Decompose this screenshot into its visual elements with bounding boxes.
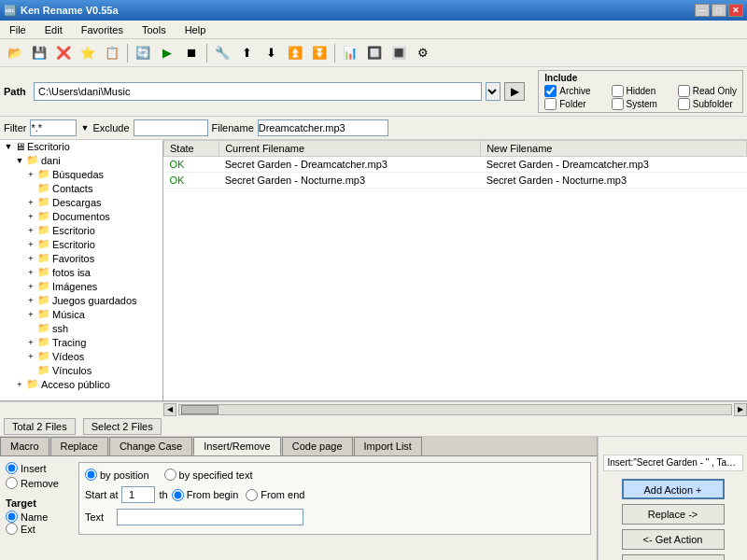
tree-node-escritorio2[interactable]: + 📁 Escritorio: [0, 223, 162, 237]
hscroll-right-button[interactable]: ▶: [734, 403, 747, 416]
tree-node-escritorio3[interactable]: + 📁 Escritorio: [0, 237, 162, 251]
tree-node-fotosisa[interactable]: + 📁 fotos isa: [0, 265, 162, 279]
tb-bottom[interactable]: ⏬: [308, 42, 331, 64]
hscroll-thumb[interactable]: [181, 405, 218, 414]
replace-action-button[interactable]: Replace ->: [622, 504, 725, 525]
preset-button[interactable]: Preset...: [622, 554, 725, 560]
tree-node-favoritos[interactable]: + 📁 Favoritos: [0, 251, 162, 265]
tree-label: Favoritos: [52, 253, 94, 264]
minimize-button[interactable]: ─: [695, 4, 710, 17]
col-new[interactable]: New Filename: [481, 141, 747, 157]
tab-change-case[interactable]: Change Case: [109, 437, 192, 455]
tab-import-list[interactable]: Import List: [354, 437, 422, 455]
path-go-button[interactable]: ▶: [504, 82, 525, 101]
target-group: Target Name Ext: [6, 497, 71, 535]
insert-label: Insert: [21, 463, 47, 474]
tb-up[interactable]: ⬆: [235, 42, 258, 64]
tab-insert-remove[interactable]: Insert/Remove: [193, 437, 281, 455]
tree-node-contacts[interactable]: 📁 Contacts: [0, 181, 162, 195]
horizontal-scrollbar[interactable]: ◀ ▶: [0, 401, 747, 416]
tree-label: Escritorio: [52, 239, 95, 250]
menu-favorites[interactable]: Favorites: [76, 22, 129, 37]
target-ext-label: Ext: [21, 524, 35, 535]
menu-file[interactable]: File: [4, 22, 32, 37]
tb-star[interactable]: ⭐: [77, 42, 99, 64]
tree-node-escritorio[interactable]: ▼ 🖥 Escritorio: [0, 140, 162, 153]
tab-replace[interactable]: Replace: [50, 437, 108, 455]
by-position-radio[interactable]: [85, 469, 97, 481]
tree-node-videos[interactable]: + 📁 Vídeos: [0, 349, 162, 363]
target-ext-radio[interactable]: [6, 523, 18, 535]
start-value-input[interactable]: [121, 486, 155, 503]
by-text-radio[interactable]: [164, 469, 176, 481]
selected-files: Select 2 Files: [83, 418, 162, 435]
menu-help[interactable]: Help: [179, 22, 212, 37]
tb-check[interactable]: 🔲: [363, 42, 386, 64]
start-label: Start at: [85, 489, 118, 500]
cell-current: Secret Garden - Nocturne.mp3: [219, 173, 481, 189]
close-button[interactable]: ✕: [728, 4, 743, 17]
tb-copy[interactable]: 📋: [101, 42, 123, 64]
tree-label: Acceso público: [41, 379, 110, 390]
folder-icon: 📁: [37, 196, 50, 208]
tree-node-juegos[interactable]: + 📁 Juegos guardados: [0, 293, 162, 307]
tree-label: Imágenes: [52, 281, 97, 292]
tb-settings[interactable]: 🔧: [211, 42, 233, 64]
tree-node-musica[interactable]: + 📁 Música: [0, 307, 162, 321]
text-input[interactable]: [117, 509, 303, 525]
include-hidden: Hidden: [612, 85, 670, 97]
from-end-radio[interactable]: [246, 489, 258, 501]
by-position-row: by position: [85, 469, 149, 481]
hscroll-track[interactable]: [178, 404, 732, 415]
table-row[interactable]: OK Secret Garden - Dreamcatcher.mp3 Secr…: [164, 157, 747, 173]
tb-top[interactable]: ⏫: [284, 42, 306, 64]
from-end-label: From end: [261, 489, 304, 500]
tree-node-acceso[interactable]: + 📁 Acceso público: [0, 377, 162, 391]
tree-node-busquedas[interactable]: + 📁 Búsquedas: [0, 167, 162, 181]
hscroll-left-button[interactable]: ◀: [163, 403, 176, 416]
table-row[interactable]: OK Secret Garden - Nocturne.mp3 Secret G…: [164, 173, 747, 189]
tb-delete[interactable]: ❌: [52, 42, 75, 64]
tree-node-ssh[interactable]: 📁 ssh: [0, 321, 162, 335]
tb-play[interactable]: ▶: [156, 42, 178, 64]
filter-dropdown-arrow[interactable]: ▼: [80, 123, 89, 133]
tab-code-page[interactable]: Code page: [282, 437, 353, 455]
tree-node-descargas[interactable]: + 📁 Descargas: [0, 195, 162, 209]
tb-save[interactable]: 💾: [28, 42, 50, 64]
tree-node-dani[interactable]: ▼ 📁 dani: [0, 153, 162, 167]
tb-config[interactable]: ⚙: [412, 42, 434, 64]
menu-tools[interactable]: Tools: [136, 22, 172, 37]
tree-node-vinculos[interactable]: 📁 Vínculos: [0, 363, 162, 377]
tree-node-imagenes[interactable]: + 📁 Imágenes: [0, 279, 162, 293]
tb-open[interactable]: 📂: [4, 42, 26, 64]
insert-radio[interactable]: [6, 462, 18, 474]
by-position-label: by position: [100, 469, 149, 481]
from-begin-radio[interactable]: [172, 489, 184, 501]
status-bar: Total 2 Files Select 2 Files: [0, 416, 747, 437]
tb-refresh[interactable]: 🔄: [132, 42, 154, 64]
get-action-button[interactable]: <- Get Action: [622, 529, 725, 550]
tab-macro[interactable]: Macro: [0, 437, 49, 455]
maximize-button[interactable]: □: [712, 4, 726, 17]
tb-grid[interactable]: 📊: [339, 42, 361, 64]
target-name-radio[interactable]: [6, 511, 18, 523]
tree-label: Música: [52, 309, 85, 320]
tb-uncheck[interactable]: 🔳: [388, 42, 410, 64]
tb-stop[interactable]: ⏹: [180, 42, 203, 64]
add-action-button[interactable]: Add Action +: [622, 479, 725, 499]
path-input[interactable]: [34, 82, 482, 101]
tb-down[interactable]: ⬇: [260, 42, 282, 64]
path-dropdown[interactable]: ▼: [486, 82, 500, 101]
filter-input[interactable]: [30, 119, 77, 136]
folder-icon: 📁: [37, 308, 50, 320]
tree-label: Vídeos: [52, 351, 84, 362]
target-name-row: Name: [6, 511, 71, 523]
col-current[interactable]: Current Filename: [219, 141, 481, 157]
menu-edit[interactable]: Edit: [39, 22, 68, 37]
tree-node-documentos[interactable]: + 📁 Documentos: [0, 209, 162, 223]
remove-radio[interactable]: [6, 477, 18, 489]
exclude-input[interactable]: [134, 119, 208, 136]
filename-input[interactable]: [258, 119, 388, 136]
col-state[interactable]: State: [164, 141, 219, 157]
tree-node-tracing[interactable]: + 📁 Tracing: [0, 335, 162, 349]
